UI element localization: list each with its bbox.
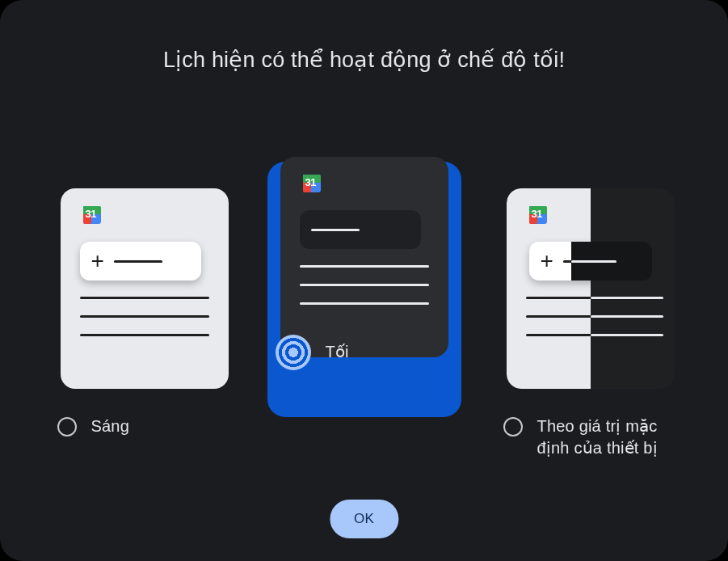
preview-lines [526,297,591,336]
calendar-day-number: 31 [305,176,316,188]
preview-lines [80,297,209,336]
preview-half-dark [591,188,675,389]
theme-preview-dark: 31 + [267,162,461,417]
plus-icon: + [541,250,553,272]
theme-option-light[interactable]: 31 + Sáng [53,179,230,459]
option-label: Tối [326,341,349,363]
calendar-icon: 31 [303,175,326,197]
preview-card: 31 + [61,188,229,389]
option-label: Sáng [91,415,130,437]
calendar-day-number: 31 [532,208,542,220]
theme-options: 31 + Sáng [0,179,728,459]
theme-option-dark[interactable]: 31 + Tối [267,179,461,459]
calendar-icon: 31 [83,206,106,229]
preview-placeholder-line [311,229,360,231]
preview-card: 31 + [280,157,448,357]
option-row-dark[interactable]: Tối [267,341,461,377]
dialog-title: Lịch hiện có thể hoạt động ở chế độ tối! [0,47,728,73]
radio-icon[interactable] [57,417,77,437]
preview-add-button: + [80,242,201,280]
preview-lines [300,265,429,305]
option-row-light[interactable]: Sáng [53,415,230,451]
plus-icon: + [91,250,104,272]
preview-add-button: + [300,210,421,249]
theme-preview-system: 31 + [499,179,683,398]
preview-placeholder-line [571,260,616,263]
preview-card: 31 + [507,188,675,389]
radio-icon[interactable] [503,417,523,437]
preview-half-light: 31 + [507,188,591,389]
theme-option-system[interactable]: 31 + [499,179,676,459]
calendar-day-number: 31 [86,208,96,220]
calendar-icon: 31 [529,206,552,229]
preview-lines [591,297,655,336]
preview-placeholder-line [114,260,162,263]
ok-button[interactable]: OK [330,500,398,538]
radio-selected-icon[interactable] [276,335,311,370]
theme-selection-dialog: Lịch hiện có thể hoạt động ở chế độ tối!… [0,0,728,561]
option-row-system[interactable]: Theo giá trị mặc định của thiết bị [499,415,676,459]
option-label: Theo giá trị mặc định của thiết bị [537,415,676,459]
theme-preview-light: 31 + [53,179,237,398]
preview-add-button [571,242,652,280]
